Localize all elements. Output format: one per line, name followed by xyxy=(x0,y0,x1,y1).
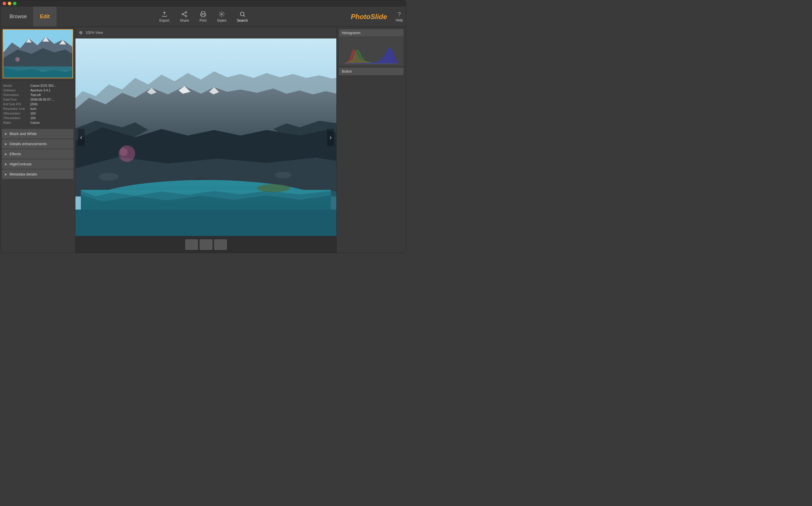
meta-key: Make xyxy=(3,121,29,124)
svg-point-0 xyxy=(185,11,187,13)
metadata-row: XResolution150 xyxy=(2,111,73,116)
svg-rect-34 xyxy=(76,209,336,236)
svg-point-2 xyxy=(185,15,187,16)
styles-icon xyxy=(218,11,225,17)
tab-edit[interactable]: Edit xyxy=(33,7,56,26)
nav-tabs: Browse Edit xyxy=(3,7,56,26)
image-view: ⊕ 100% View xyxy=(76,27,336,253)
metadata-row: Exif Sub IFD[204] xyxy=(2,102,73,106)
panel-item[interactable]: ▶Effects xyxy=(2,149,73,159)
panel-item[interactable]: ▶Details enhancements xyxy=(2,139,73,149)
histogram-button[interactable]: Button xyxy=(339,68,403,75)
histogram-panel: Histogramm xyxy=(339,29,403,66)
next-arrow-icon: › xyxy=(329,133,332,141)
print-icon xyxy=(200,11,206,17)
panel-list: ▶Black and White▶Details enhancements▶Ef… xyxy=(0,127,75,253)
meta-value: TopLeft xyxy=(30,93,41,97)
help-label: Help xyxy=(396,18,403,22)
histogram-body xyxy=(339,37,403,66)
toolbar-actions: Export Share Print Styles xyxy=(56,9,351,25)
svg-line-4 xyxy=(184,12,185,14)
toolbar: Browse Edit Export Share xyxy=(0,7,406,27)
panel-label: Metadata details xyxy=(10,172,37,176)
print-label: Print xyxy=(199,18,207,22)
app-brand: PhotoSlide xyxy=(351,13,393,21)
zoom-label: 100% View xyxy=(86,31,103,35)
meta-value: 150 xyxy=(30,112,35,115)
meta-key: Resolution Unit xyxy=(3,107,29,110)
export-label: Export xyxy=(159,18,169,22)
browse-tab-label: Browse xyxy=(10,14,27,20)
meta-key: Software xyxy=(3,88,29,92)
titlebar xyxy=(0,0,406,7)
export-button[interactable]: Export xyxy=(154,9,175,25)
close-button[interactable] xyxy=(3,2,6,5)
meta-value: Canon xyxy=(30,121,39,124)
meta-key: Orientation xyxy=(3,93,29,97)
share-label: Share xyxy=(180,18,189,22)
minimize-button[interactable] xyxy=(8,2,11,5)
svg-point-1 xyxy=(182,13,184,15)
histogram-button-label: Button xyxy=(342,69,352,73)
panel-label: Effects xyxy=(10,152,21,156)
meta-value: 2008:08:30 07:... xyxy=(30,98,54,101)
main-content: ModelCanon EOS 350...SoftwareAperture 3.… xyxy=(0,27,406,253)
search-icon xyxy=(239,11,245,17)
view-toolbar: ⊕ 100% View xyxy=(76,27,336,38)
meta-key: XResolution xyxy=(3,112,29,115)
app: Browse Edit Export Share xyxy=(0,7,406,253)
svg-line-3 xyxy=(184,14,185,16)
panel-arrow: ▶ xyxy=(5,163,7,166)
metadata-row: Resolution UnitInch xyxy=(2,106,73,111)
styles-button[interactable]: Styles xyxy=(212,9,232,25)
svg-point-38 xyxy=(120,148,127,156)
svg-point-30 xyxy=(275,172,292,178)
metadata-row: YResolution150 xyxy=(2,116,73,120)
meta-value: Aperture 3.4.1 xyxy=(30,88,50,92)
prev-arrow-icon: ‹ xyxy=(80,133,82,141)
filmstrip-thumb-3[interactable] xyxy=(214,239,227,250)
search-label: Search xyxy=(237,18,248,22)
meta-value: Canon EOS 350... xyxy=(30,84,56,87)
help-button[interactable]: ? Help xyxy=(396,11,403,22)
share-icon xyxy=(181,11,188,17)
share-button[interactable]: Share xyxy=(175,9,194,25)
next-arrow[interactable]: › xyxy=(327,129,334,146)
panel-item[interactable]: ▶Black and White xyxy=(2,129,73,139)
svg-rect-5 xyxy=(201,14,205,16)
zoom-icon: ⊕ xyxy=(79,30,83,35)
metadata-row: MakeCanon xyxy=(2,120,73,125)
styles-label: Styles xyxy=(217,18,226,22)
right-panel: Histogramm Button xyxy=(336,27,406,253)
prev-arrow[interactable]: ‹ xyxy=(78,129,85,146)
export-icon xyxy=(161,11,168,17)
thumbnail-wrapper[interactable] xyxy=(3,29,73,78)
panel-label: HighContrast xyxy=(10,162,31,166)
svg-point-29 xyxy=(99,173,119,180)
panel-item[interactable]: ▶HighContrast xyxy=(2,159,73,169)
filmstrip-thumb-1[interactable] xyxy=(185,239,198,250)
search-button[interactable]: Search xyxy=(232,9,253,25)
sidebar: ModelCanon EOS 350...SoftwareAperture 3.… xyxy=(0,27,76,253)
filmstrip-thumb-2[interactable] xyxy=(200,239,212,250)
metadata-row: SoftwareAperture 3.4.1 xyxy=(2,88,73,92)
filmstrip xyxy=(76,236,336,253)
panel-item[interactable]: ▶Metadata details xyxy=(2,169,73,179)
histogram-chart xyxy=(341,39,401,64)
panel-arrow: ▶ xyxy=(5,132,7,135)
tab-browse[interactable]: Browse xyxy=(3,7,33,26)
meta-key: Model xyxy=(3,84,29,87)
svg-point-39 xyxy=(257,184,290,192)
thumbnail-image xyxy=(3,30,73,78)
maximize-button[interactable] xyxy=(13,2,16,5)
main-photo xyxy=(76,38,336,236)
metadata-row: DateTime2008:08:30 07:... xyxy=(2,97,73,102)
histogram-title: Histogramm xyxy=(339,29,403,37)
print-button[interactable]: Print xyxy=(194,9,212,25)
metadata-list: ModelCanon EOS 350...SoftwareAperture 3.… xyxy=(0,81,75,127)
help-icon: ? xyxy=(398,11,401,18)
svg-point-6 xyxy=(221,13,222,15)
image-container: ‹ › xyxy=(76,38,336,236)
meta-value: [204] xyxy=(30,102,37,106)
meta-value: 150 xyxy=(30,116,35,120)
